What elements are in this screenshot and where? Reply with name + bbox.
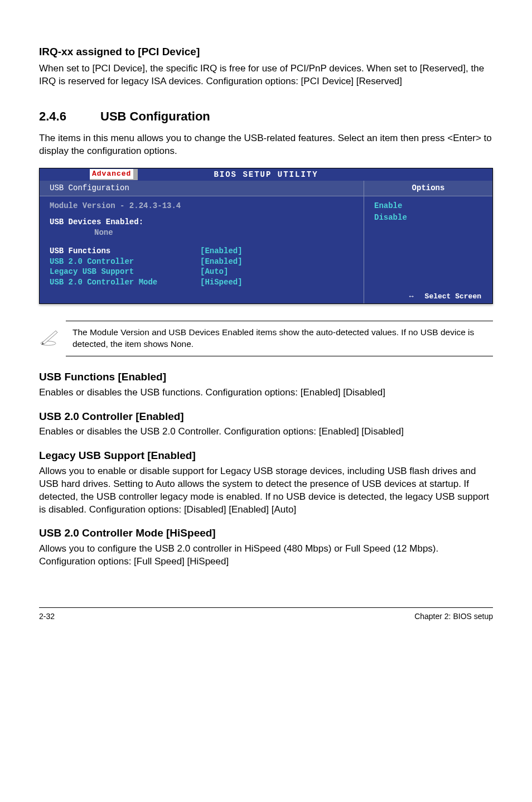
svg-marker-1: [42, 331, 57, 344]
bios-row-usb-functions-value: [Enabled]: [200, 246, 243, 257]
usb-functions-heading: USB Functions [Enabled]: [39, 370, 493, 384]
legacy-usb-body: Allows you to enable or disable support …: [39, 465, 493, 516]
bios-option-enable[interactable]: Enable: [374, 201, 482, 211]
irq-heading: IRQ-xx assigned to [PCI Device]: [39, 45, 493, 59]
bios-row-usb20-controller-value: [Enabled]: [200, 257, 243, 267]
bios-footer-arrow-icon: ↔: [409, 292, 414, 302]
irq-body: When set to [PCI Device], the specific I…: [39, 62, 493, 88]
usb20-controller-body: Enables or disables the USB 2.0 Controll…: [39, 426, 493, 438]
bios-row-usb20-controller[interactable]: USB 2.0 Controller: [50, 257, 200, 267]
usb-functions-body: Enables or disables the USB functions. C…: [39, 386, 493, 399]
bios-devices-value: None: [50, 228, 354, 238]
bios-row-usb20-mode-value: [HiSpeed]: [200, 277, 243, 288]
footer-chapter: Chapter 2: BIOS setup: [414, 611, 493, 622]
page-footer: 2-32 Chapter 2: BIOS setup: [39, 607, 493, 622]
bios-module-version: Module Version - 2.24.3-13.4: [50, 201, 354, 211]
section-title: USB Configuration: [100, 108, 210, 125]
usb20-mode-body: Allows you to configure the USB 2.0 cont…: [39, 543, 493, 568]
usb20-controller-heading: USB 2.0 Controller [Enabled]: [39, 409, 493, 424]
bios-banner-title: BIOS SETUP UTILITY: [214, 170, 318, 179]
bios-row-usb20-mode[interactable]: USB 2.0 Controller Mode: [50, 277, 200, 288]
bios-row-legacy-usb[interactable]: Legacy USB Support: [50, 267, 200, 277]
bios-title-bar: Advanced BIOS SETUP UTILITY: [40, 168, 492, 181]
bios-devices-label: USB Devices Enabled:: [50, 217, 354, 228]
bios-tab-advanced[interactable]: Advanced: [90, 169, 138, 180]
bios-row-usb-functions[interactable]: USB Functions: [50, 246, 200, 257]
note-block: The Module Version and USB Devices Enabl…: [66, 321, 493, 356]
bios-footer-text: Select Screen: [425, 292, 481, 302]
bios-option-disable[interactable]: Disable: [374, 212, 482, 223]
section-intro: The items in this menu allows you to cha…: [39, 132, 493, 158]
usb20-mode-heading: USB 2.0 Controller Mode [HiSpeed]: [39, 526, 493, 540]
section-number: 2.4.6: [39, 108, 100, 125]
section-header: 2.4.6 USB Configuration: [39, 108, 493, 125]
pencil-icon: [39, 329, 59, 349]
bios-setup-utility: Advanced BIOS SETUP UTILITY USB Configur…: [39, 168, 493, 304]
note-text: The Module Version and USB Devices Enabl…: [72, 327, 493, 350]
bios-left-header: USB Configuration: [40, 181, 364, 196]
bios-row-legacy-usb-value: [Auto]: [200, 267, 228, 277]
bios-right-header: Options: [364, 181, 492, 196]
footer-page-number: 2-32: [39, 611, 55, 622]
legacy-usb-heading: Legacy USB Support [Enabled]: [39, 448, 493, 463]
